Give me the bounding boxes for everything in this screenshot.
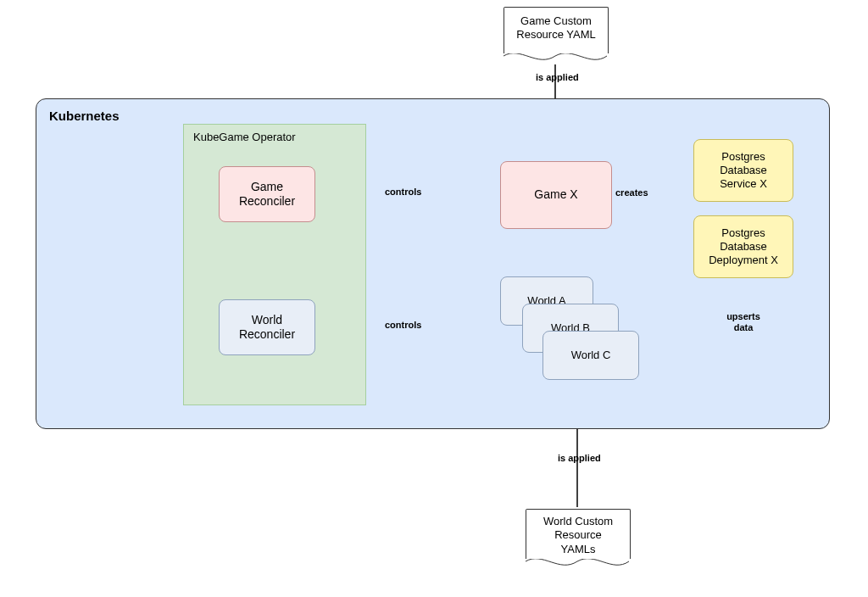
game-reconciler-label: GameReconciler xyxy=(220,167,314,221)
postgres-deployment-node: PostgresDatabaseDeployment X xyxy=(693,215,793,278)
diagram-stage: Kubernetes KubeGame Operator GameReconci… xyxy=(0,0,868,597)
world-c-label: World C xyxy=(543,332,638,379)
edge-upserts: upsertsdata xyxy=(721,311,766,332)
game-reconciler-node: GameReconciler xyxy=(219,166,315,222)
operator-label: KubeGame Operator xyxy=(193,131,296,143)
postgres-service-node: PostgresDatabaseService X xyxy=(693,139,793,202)
world-yaml-doc: World CustomResourceYAMLs xyxy=(526,509,631,559)
kubernetes-label: Kubernetes xyxy=(49,109,120,123)
game-yaml-label: Game CustomResource YAML xyxy=(504,8,608,53)
postgres-deployment-label: PostgresDatabaseDeployment X xyxy=(694,216,793,277)
edge-controls-world: controls xyxy=(385,320,421,331)
world-reconciler-label: WorldReconciler xyxy=(220,300,314,354)
game-yaml-doc: Game CustomResource YAML xyxy=(504,7,609,53)
postgres-service-label: PostgresDatabaseService X xyxy=(694,140,793,201)
world-c-node: World C xyxy=(542,331,639,380)
edge-applied-game: is applied xyxy=(536,72,579,83)
game-x-node: Game X xyxy=(500,161,612,229)
game-x-label: Game X xyxy=(501,162,611,228)
edge-creates: creates xyxy=(615,187,648,198)
edge-controls-game: controls xyxy=(385,187,421,198)
edge-applied-world: is applied xyxy=(558,453,601,464)
world-yaml-label: World CustomResourceYAMLs xyxy=(526,510,630,559)
world-reconciler-node: WorldReconciler xyxy=(219,299,315,355)
